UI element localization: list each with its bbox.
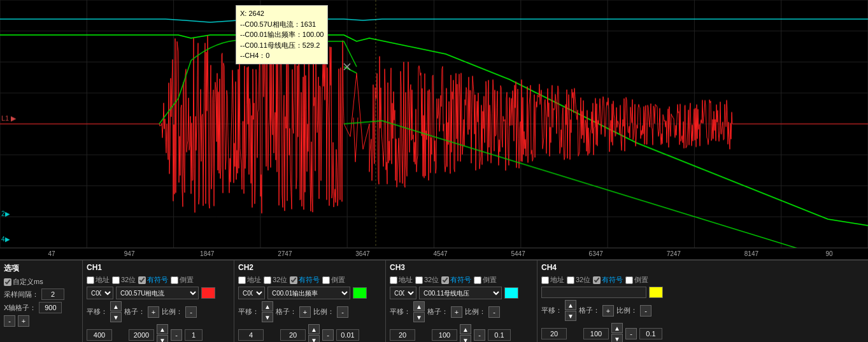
ch3-values-row: ▲ ▼ - — [390, 324, 533, 342]
chart-area: X: 2642 --C00.57U相电流：1631 --C00.01输出频率：1… — [0, 0, 868, 248]
ch2-grid-down[interactable]: ▼ — [308, 335, 320, 342]
ch2-addr-label: 地址 — [247, 275, 261, 285]
ch3-flat-up[interactable]: ▲ — [413, 301, 425, 311]
xgrid-minus-btn[interactable]: - — [4, 315, 15, 327]
ch1-grid-label: 格子： — [124, 307, 145, 317]
ch2-coo-select[interactable]: C00 — [238, 287, 265, 299]
ch2-scale-minus[interactable]: - — [337, 306, 348, 318]
xgrid-plus-btn[interactable]: + — [18, 315, 29, 327]
tooltip-ch3-val: 529.2 — [302, 41, 320, 49]
ch4-addr-label: 地址 — [550, 275, 564, 285]
ch3-coo-select[interactable]: C00 — [390, 287, 416, 299]
chart-canvas — [0, 0, 868, 248]
custom-ms-wrap: 自定义ms — [4, 277, 78, 287]
ch4-flat-down[interactable]: ▼ — [565, 311, 576, 321]
ch2-32bit-cb[interactable] — [264, 276, 271, 284]
sample-interval-row: 采样间隔： — [4, 289, 78, 300]
ch1-signal-select[interactable]: C00.57U相电流 — [116, 287, 199, 299]
tooltip-ch2-label: --C00.01输出频率： — [240, 31, 302, 38]
ch1-grid-plus[interactable]: + — [148, 306, 159, 318]
ch3-scale-input[interactable] — [488, 329, 511, 341]
ch2-flat-input[interactable] — [238, 329, 264, 341]
ch1-grid-minus[interactable]: - — [171, 329, 182, 341]
ch1-grid-input[interactable] — [129, 329, 154, 341]
ch3-32bit-cb[interactable] — [415, 276, 423, 284]
ch1-grid-down[interactable]: ▼ — [157, 335, 168, 342]
ch4-grid-plus[interactable]: + — [602, 305, 614, 317]
ch1-symbol-cb[interactable] — [138, 276, 146, 284]
ch3-scale-label: 比例： — [465, 307, 486, 317]
ch1-grid-up[interactable]: ▲ — [157, 324, 168, 334]
ch1-scale-minus[interactable]: - — [185, 306, 197, 318]
ch3-grid-up[interactable]: ▲ — [460, 324, 471, 334]
ch4-grid-up[interactable]: ▲ — [611, 323, 623, 333]
ch2-signal-select[interactable]: C00.01输出频率 — [267, 287, 350, 299]
ch1-invert-cb[interactable] — [171, 276, 178, 284]
ch3-flat-down[interactable]: ▼ — [413, 312, 425, 322]
ch2-grid-input[interactable] — [280, 329, 306, 341]
ch3-addr-cb[interactable] — [390, 276, 397, 284]
ch3-grid-plus[interactable]: + — [451, 306, 462, 318]
ch4-color-box — [649, 287, 663, 298]
ch1-addr-cb[interactable] — [87, 276, 94, 284]
sample-interval-input[interactable] — [41, 289, 64, 300]
xgrid-label: X轴格子： — [4, 303, 36, 313]
ch3-grid-input[interactable] — [432, 329, 457, 341]
ch3-flat-arrows: ▲ ▼ — [413, 301, 425, 322]
ch4-values-row: ▲ ▼ - — [541, 323, 685, 342]
ch1-32bit-label: 32位 — [121, 275, 136, 285]
ch2-values-row: ▲ ▼ - — [238, 324, 381, 342]
ch1-flat-up[interactable]: ▲ — [110, 301, 122, 311]
ch2-grid-minus[interactable]: - — [322, 329, 334, 341]
ch4-invert-label: 倒置 — [634, 275, 648, 285]
controls-panel: 选项 自定义ms 采样间隔： X轴格子： - + CH1 地址 32位 有符号 … — [0, 260, 868, 342]
ch2-flat-down[interactable]: ▼ — [262, 312, 273, 322]
ch2-addr-cb[interactable] — [238, 276, 246, 284]
tooltip-ch1-label: --C00.57U相电流： — [240, 20, 301, 28]
ch1-32bit-cb[interactable] — [112, 276, 120, 284]
ch3-symbol-cb[interactable] — [441, 276, 449, 284]
ch4-signal-input[interactable] — [541, 287, 646, 298]
ch2-invert-cb[interactable] — [322, 276, 330, 284]
xgrid-input[interactable] — [39, 302, 62, 313]
tooltip-x-label: X: — [240, 10, 246, 17]
ch3-color-box — [504, 287, 518, 299]
ch3-flat-input[interactable] — [390, 329, 415, 341]
ch2-flat-up[interactable]: ▲ — [262, 301, 273, 311]
ch1-coo-select[interactable]: C00 — [87, 287, 113, 299]
ch2-params-row: 平移： ▲ ▼ 格子： + 比例： - — [238, 301, 381, 322]
ch2-scale-input[interactable] — [336, 329, 359, 341]
ch3-scale-minus[interactable]: - — [488, 306, 500, 318]
ch2-symbol-cb[interactable] — [290, 276, 297, 284]
ch3-invert-cb[interactable] — [474, 276, 481, 284]
ch4-32bit-cb[interactable] — [567, 276, 574, 284]
tooltip-ch1-val: 1631 — [301, 20, 316, 28]
ch2-grid-plus[interactable]: + — [299, 306, 311, 318]
ch3-signal-select[interactable]: C00.11母线电压 — [419, 287, 502, 299]
x-axis: 47 947 1847 2747 3647 4547 5447 6347 724… — [0, 248, 868, 260]
ch2-flat-arrows: ▲ ▼ — [262, 301, 273, 322]
ch4-grid-minus[interactable]: - — [625, 328, 637, 339]
ch3-grid-down[interactable]: ▼ — [460, 335, 471, 342]
ch1-scale-label: 比例： — [162, 307, 183, 317]
ch3-grid-minus[interactable]: - — [474, 329, 485, 341]
x-tick-4: 3647 — [324, 250, 401, 257]
ch1-scale-input[interactable] — [185, 329, 203, 341]
ch1-flat-input[interactable] — [87, 329, 112, 341]
ch1-flat-down[interactable]: ▼ — [110, 312, 122, 322]
ch4-scale-minus[interactable]: - — [640, 305, 651, 317]
custom-ms-checkbox[interactable] — [4, 278, 11, 286]
ch2-grid-up[interactable]: ▲ — [308, 324, 320, 334]
ch4-symbol-cb[interactable] — [593, 276, 601, 284]
ch1-symbol-label: 有符号 — [147, 275, 168, 285]
ch4-flat-up[interactable]: ▲ — [565, 300, 576, 310]
ch4-addr-cb[interactable] — [541, 276, 549, 284]
ch4-grid-down[interactable]: ▼ — [611, 334, 623, 342]
ch1-flat-arrows: ▲ ▼ — [110, 301, 122, 322]
ch4-checkboxes: 地址 32位 有符号 倒置 — [541, 275, 685, 285]
ch1-flat-label: 平移： — [87, 307, 108, 317]
ch4-flat-input[interactable] — [541, 328, 567, 339]
ch4-scale-input[interactable] — [639, 328, 662, 339]
ch4-grid-input[interactable] — [583, 328, 609, 339]
ch4-invert-cb[interactable] — [625, 276, 633, 284]
